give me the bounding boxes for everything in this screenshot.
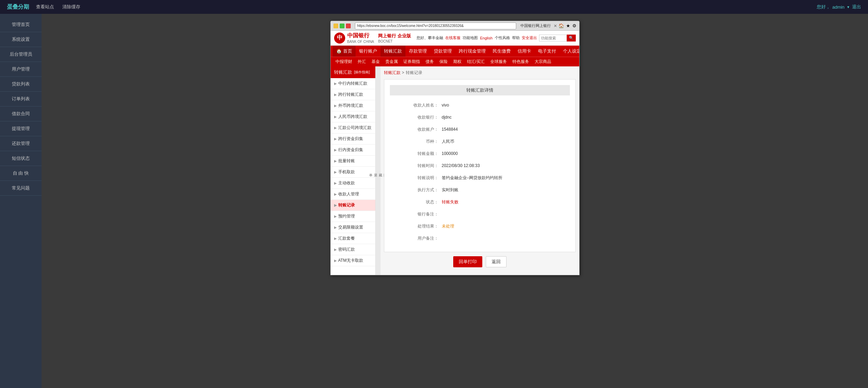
arrow-icon: ▶ <box>334 214 337 218</box>
browser-close-tab[interactable]: ✕ <box>554 24 557 28</box>
sidebar-item-contracts[interactable]: 借款合同 <box>0 107 42 121</box>
remarks-value: 签约金融企业--网贷放款约约转所 <box>442 175 503 181</box>
sub-nav-precious-metals[interactable]: 贵金属 <box>383 57 401 66</box>
bank-menu-remittance-package[interactable]: ▶ 汇款套餐 <box>331 233 375 244</box>
bank-sub-nav: 中报理财 外汇 基金 贵金属 证券期指 债务 保险 期权 结汇/买汇 全球服务 … <box>331 57 579 66</box>
sub-nav-forex[interactable]: 外汇 <box>355 57 369 66</box>
sidebar-item-withdrawals[interactable]: 提现管理 <box>0 121 42 136</box>
bank-menu-company-cross-border[interactable]: ▶ 汇款公司跨境汇款 <box>331 122 375 133</box>
bank-note-label: 银行备注： <box>397 211 438 217</box>
bank-search-input[interactable] <box>539 35 567 41</box>
time-label: 转账时间： <box>397 163 438 169</box>
time-value: 2022/08/30 12:08:33 <box>442 163 480 168</box>
browser-maximize-btn[interactable] <box>340 24 344 28</box>
bank-name-en: BANK OF CHINA <box>347 39 374 44</box>
bank-menu-interbank-transfer[interactable]: ▶ 跨行转账汇款 <box>331 89 375 100</box>
breadcrumb: 转账汇款 > 转账记录 <box>384 70 576 76</box>
content-area: https://ebsnew.boc.cn/boc15/welcome.html… <box>42 14 868 388</box>
payee-name-value: vivo <box>442 103 449 108</box>
sidebar-item-sms[interactable]: 短信状态 <box>0 151 42 166</box>
bank-menu-password-remittance[interactable]: ▶ 密码汇款 <box>331 244 375 255</box>
sub-nav-commodities[interactable]: 大宗商品 <box>532 57 554 66</box>
arrow-icon: ▶ <box>334 203 337 207</box>
sub-nav-finance[interactable]: 中报理财 <box>333 57 355 66</box>
view-site-link[interactable]: 查看站点 <box>36 4 54 10</box>
sub-nav-special[interactable]: 特色服务 <box>510 57 532 66</box>
bank-menu-batch-transfer[interactable]: ▶ 批量转账 <box>331 156 375 167</box>
safe-exit-link[interactable]: 安全退出 <box>522 35 537 40</box>
browser-titlebar: https://ebsnew.boc.cn/boc15/welcome.html… <box>331 21 579 31</box>
personal-risk-link[interactable]: 个性风格 <box>495 35 510 40</box>
bank-nav-accounts[interactable]: 银行账户 <box>356 46 381 57</box>
bank-menu-payee-mgmt[interactable]: ▶ 收款人管理 <box>331 189 375 200</box>
bank-nav-loans[interactable]: 贷款管理 <box>430 46 455 57</box>
bank-nav-transfer[interactable]: 转账汇款 <box>381 46 405 57</box>
online-service-link[interactable]: 在线客服 <box>445 35 460 40</box>
help-link[interactable]: 帮助 <box>512 35 520 40</box>
settings-icon[interactable]: ⚙ <box>572 23 576 28</box>
sub-nav-fund[interactable]: 基金 <box>369 57 383 66</box>
sidebar-item-faq[interactable]: 常见问题 <box>0 181 42 196</box>
print-receipt-button[interactable]: 回单打印 <box>453 256 482 267</box>
bank-nav-epayment[interactable]: 电子支付 <box>535 46 560 57</box>
bank-nav-credit[interactable]: 信用卡 <box>514 46 535 57</box>
bank-sidebar-header: 转账汇款 [操作指南] <box>331 66 375 78</box>
sidebar-item-home[interactable]: 管理首页 <box>0 17 42 32</box>
bank-menu-foreign-remittance[interactable]: ▶ 外币跨境汇款 <box>331 100 375 111</box>
clear-cache-link[interactable]: 清除缓存 <box>62 4 80 10</box>
bank-nav-payments[interactable]: 民生缴费 <box>489 46 514 57</box>
sub-nav-options[interactable]: 期权 <box>450 57 464 66</box>
currency-label: 币种： <box>397 139 438 145</box>
sidebar-item-free[interactable]: 自 由 快 <box>0 166 42 181</box>
transfer-area: 转账汇款 [操作指南] ▶ 中行内转账汇款 ▶ 跨行转账汇款 ▶ 外币跨境汇款 <box>331 66 579 275</box>
back-button[interactable]: 返回 <box>486 256 507 267</box>
bank-search: 🔍 <box>539 35 576 41</box>
browser-minimize-btn[interactable] <box>333 24 338 28</box>
sidebar-item-system[interactable]: 系统设置 <box>0 32 42 47</box>
bank-nav-personal[interactable]: 个人设定 <box>560 46 580 57</box>
tab-title: 中国银行网上银行 <box>520 23 551 28</box>
bank-menu-mobile-withdrawal[interactable]: ▶ 手机取款 <box>331 167 375 178</box>
operation-guide[interactable]: [操作指南] <box>354 70 370 75</box>
breadcrumb-parent[interactable]: 转账汇款 <box>384 70 401 76</box>
top-bar-right: 您好， admin ▼ 退出 <box>817 4 861 10</box>
user-greeting: 您好， <box>817 4 830 10</box>
bank-search-button[interactable]: 🔍 <box>567 35 576 41</box>
bank-nav-cash-mgmt[interactable]: 跨行现金管理 <box>455 46 489 57</box>
sub-nav-debt[interactable]: 债务 <box>423 57 437 66</box>
arrow-icon: ▶ <box>334 248 337 251</box>
arrow-icon: ▶ <box>334 93 337 96</box>
bank-menu-interbank-pool[interactable]: ▶ 跨行资金归集 <box>331 133 375 145</box>
bank-menu-limit-settings[interactable]: ▶ 交易限额设置 <box>331 222 375 233</box>
logout-link[interactable]: 退出 <box>852 4 861 10</box>
user-dropdown-arrow[interactable]: ▼ <box>847 5 850 9</box>
bank-menu-internal-pool[interactable]: ▶ 行内资金归集 <box>331 145 375 156</box>
sub-nav-securities[interactable]: 证券期指 <box>401 57 423 66</box>
detail-row-time: 转账时间： 2022/08/30 12:08:33 <box>390 161 570 170</box>
sub-nav-global[interactable]: 全球服务 <box>487 57 510 66</box>
bank-menu-transfer-records[interactable]: ▶ 转账记录 <box>331 200 375 211</box>
main-layout: 管理首页 系统设置 后台管理员 用户管理 贷款列表 订单列表 借款合同 提现管理… <box>0 14 868 388</box>
collapse-handle[interactable]: 隐藏菜单 <box>376 66 381 275</box>
sub-nav-insurance[interactable]: 保险 <box>437 57 450 66</box>
bank-nav-deposits[interactable]: 存款管理 <box>405 46 430 57</box>
bank-menu-atm-withdrawal[interactable]: ▶ ATM无卡取款 <box>331 255 375 266</box>
english-link[interactable]: English <box>480 36 492 40</box>
bank-menu-rmb-cross-border[interactable]: ▶ 人民币跨境汇款 <box>331 111 375 122</box>
sidebar-item-orders[interactable]: 订单列表 <box>0 92 42 107</box>
bank-nav-home[interactable]: 🏠 首页 <box>333 46 356 57</box>
browser-addressbar[interactable]: https://ebsnew.boc.cn/boc15/welcome.html… <box>355 22 516 29</box>
bank-menu-active-collection[interactable]: ▶ 主动收款 <box>331 178 375 189</box>
home-icon[interactable]: 🏠 <box>558 23 564 28</box>
star-icon[interactable]: ★ <box>566 23 570 28</box>
browser-close-btn[interactable] <box>346 24 351 28</box>
feature-map-link[interactable]: 功能地图 <box>463 35 478 40</box>
bank-menu-boc-transfer[interactable]: ▶ 中行内转账汇款 <box>331 78 375 89</box>
sidebar-item-loans[interactable]: 贷款列表 <box>0 77 42 92</box>
sidebar-item-admin[interactable]: 后台管理员 <box>0 47 42 62</box>
bank-menu-reservation[interactable]: ▶ 预约管理 <box>331 211 375 222</box>
sidebar-item-users[interactable]: 用户管理 <box>0 62 42 77</box>
bank-logo-text: 中国银行 BANK OF CHINA <box>347 32 374 44</box>
sub-nav-settlement[interactable]: 结汇/买汇 <box>464 57 487 66</box>
sidebar-item-repayment[interactable]: 还款管理 <box>0 136 42 151</box>
